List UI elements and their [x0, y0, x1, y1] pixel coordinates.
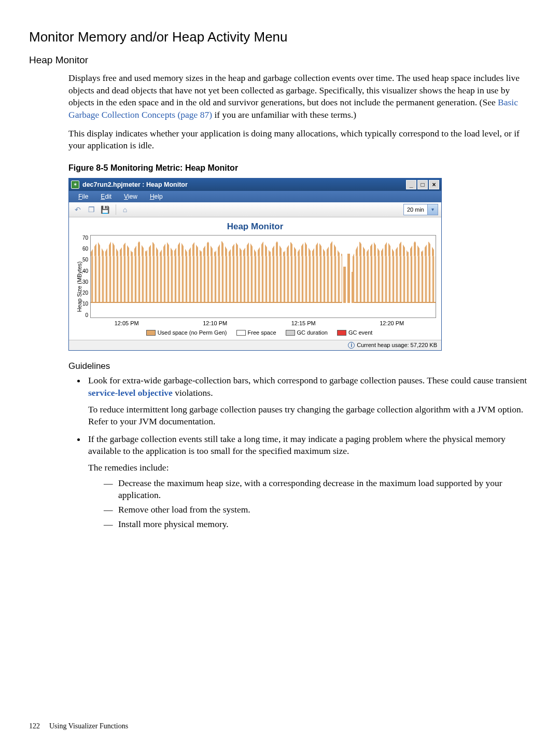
guideline-item: Look for extra-wide garbage-collection b…	[86, 375, 531, 428]
figure-caption: Figure 8-5 Monitoring Metric: Heap Monit…	[68, 163, 531, 173]
page-number: 122	[29, 722, 40, 730]
window-title: dec7run2.hpjmeter : Heap Monitor	[82, 181, 406, 188]
chart-title: Heap Monitor	[74, 222, 436, 232]
remedy-item: Decrease the maximum heap size, with a c…	[104, 477, 531, 502]
guidelines-heading: Guidelines	[68, 361, 531, 371]
y-ticks: 706050403020100	[82, 235, 90, 318]
menubar: File Edit View Help	[69, 191, 441, 202]
remedy-item: Install more physical memory.	[104, 518, 531, 531]
maximize-button[interactable]: □	[417, 180, 428, 189]
titlebar: ✶ dec7run2.hpjmeter : Heap Monitor _ □ ×	[69, 178, 441, 191]
time-range-dropdown-icon[interactable]: ▾	[428, 204, 438, 215]
chart-plot-area	[90, 235, 436, 318]
home-button[interactable]: ⌂	[119, 204, 131, 215]
statusbar: iCurrent heap usage: 57,220 KB	[69, 340, 441, 350]
section-title: Heap Monitor	[29, 54, 531, 66]
menu-help[interactable]: Help	[144, 192, 169, 201]
menu-edit[interactable]: Edit	[94, 192, 118, 201]
footer-section: Using Visualizer Functions	[49, 722, 128, 730]
remedy-item: Remove other load from the system.	[104, 504, 531, 516]
heap-monitor-window: ✶ dec7run2.hpjmeter : Heap Monitor _ □ ×…	[68, 178, 442, 351]
minimize-button[interactable]: _	[406, 180, 416, 189]
para-1: Displays free and used memory sizes in t…	[68, 72, 531, 121]
guideline-item: If the garbage collection events still t…	[86, 433, 531, 530]
page-title: Monitor Memory and/or Heap Activity Menu	[29, 29, 531, 45]
chart-legend: Used space (no Perm Gen) Free space GC d…	[82, 329, 436, 336]
time-range-select[interactable]: 20 min	[403, 204, 428, 215]
toolbar: ↶ ❐ 💾 ⌂ 20 min ▾	[69, 202, 441, 217]
back-button[interactable]: ↶	[72, 204, 83, 215]
para-2: This display indicates whether your appl…	[68, 128, 531, 152]
menu-file[interactable]: File	[72, 192, 94, 201]
app-icon: ✶	[71, 181, 79, 189]
close-button[interactable]: ×	[429, 180, 439, 189]
save-button[interactable]: 💾	[99, 204, 110, 215]
term-slo: service-level objective	[88, 388, 173, 398]
y-axis-label: Heap Size (MBytes)	[74, 235, 82, 338]
copy-button[interactable]: ❐	[86, 204, 97, 215]
x-ticks: 12:05 PM12:10 PM12:15 PM12:20 PM	[82, 320, 436, 326]
menu-view[interactable]: View	[118, 192, 144, 201]
page-footer: 122Using Visualizer Functions	[29, 722, 128, 730]
info-icon: i	[348, 342, 355, 349]
